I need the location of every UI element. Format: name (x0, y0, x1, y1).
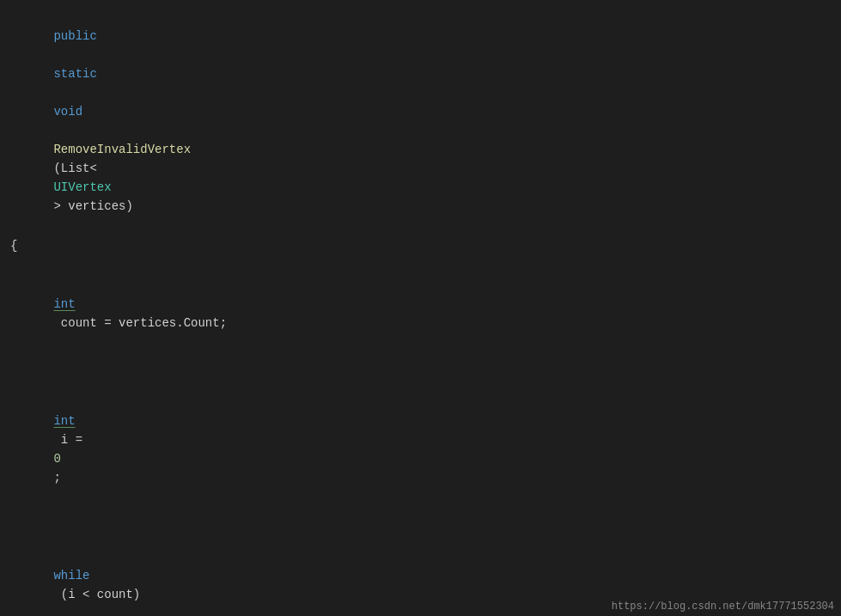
keyword-static: static (53, 67, 96, 81)
keyword-int-1: int (53, 297, 75, 311)
code-line-4 (0, 352, 841, 373)
code-line-6 (0, 507, 841, 528)
type-uivertex: UIVertex (53, 180, 111, 194)
footer-url: https://blog.csdn.net/dmk17771552304 (605, 597, 841, 616)
code-line-1: public static void RemoveInvalidVertex (… (0, 7, 841, 235)
keyword-void: void (53, 105, 82, 119)
method-name: RemoveInvalidVertex (53, 143, 191, 156)
code-line-5: int i = 0 ; (0, 373, 841, 507)
number-0: 0 (53, 452, 60, 466)
keyword-public: public (53, 29, 96, 43)
keyword-while: while (53, 569, 89, 582)
code-line-2: { (0, 235, 841, 256)
code-editor: public static void RemoveInvalidVertex (… (0, 0, 841, 616)
keyword-int-2: int (53, 414, 75, 428)
code-line-3: int count = vertices.Count; (0, 256, 841, 352)
